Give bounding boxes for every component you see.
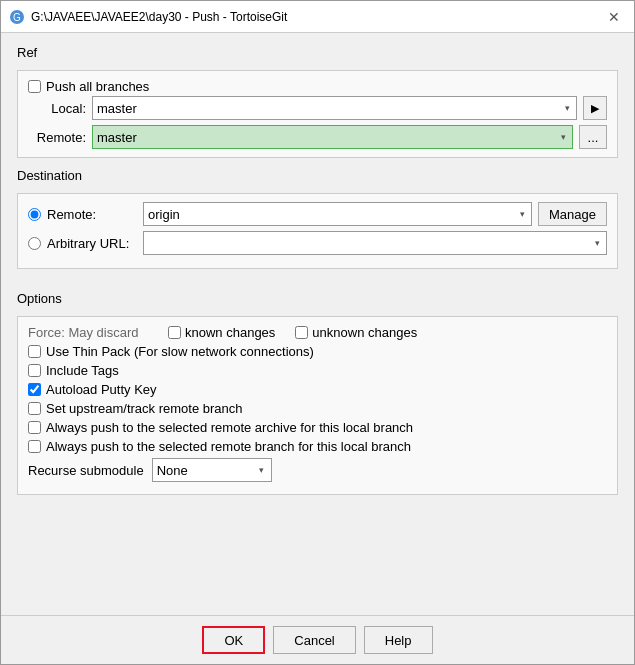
set-upstream-checkbox[interactable] (28, 402, 41, 415)
remote-ellipsis-button[interactable]: ... (579, 125, 607, 149)
arbitrary-url-select[interactable] (143, 231, 607, 255)
set-upstream-row: Set upstream/track remote branch (28, 401, 607, 416)
autoload-putty-checkbox[interactable] (28, 383, 41, 396)
app-icon: G (9, 9, 25, 25)
recurse-combo-wrapper: None Check On-demand ▾ (152, 458, 272, 482)
local-arrow-button[interactable]: ▶ (583, 96, 607, 120)
always-push-archive-row: Always push to the selected remote archi… (28, 420, 607, 435)
options-section-label: Options (17, 291, 618, 306)
remote-dest-combo-wrapper: origin ▾ (143, 202, 532, 226)
unknown-changes-item: unknown changes (295, 325, 417, 340)
autoload-putty-label: Autoload Putty Key (46, 382, 157, 397)
set-upstream-label: Set upstream/track remote branch (46, 401, 243, 416)
separator (17, 279, 618, 287)
content-area: Ref Push all branches Local: master ▾ ▶ … (1, 33, 634, 615)
footer: OK Cancel Help (1, 615, 634, 664)
titlebar: G G:\JAVAEE\JAVAEE2\day30 - Push - Torto… (1, 1, 634, 33)
arbitrary-url-row: Arbitrary URL: ▾ (28, 231, 607, 255)
destination-section-label: Destination (17, 168, 618, 183)
arbitrary-url-label: Arbitrary URL: (47, 236, 137, 251)
always-push-archive-checkbox[interactable] (28, 421, 41, 434)
close-button[interactable]: ✕ (602, 5, 626, 29)
ref-section: Push all branches Local: master ▾ ▶ Remo… (17, 70, 618, 158)
known-changes-checkbox[interactable] (168, 326, 181, 339)
include-tags-checkbox[interactable] (28, 364, 41, 377)
always-push-branch-checkbox[interactable] (28, 440, 41, 453)
force-row: Force: May discard known changes unknown… (28, 325, 607, 340)
remote-ref-select[interactable]: master (92, 125, 573, 149)
recurse-submodule-label: Recurse submodule (28, 463, 144, 478)
known-changes-label: known changes (185, 325, 275, 340)
window-title: G:\JAVAEE\JAVAEE2\day30 - Push - Tortois… (31, 10, 602, 24)
recurse-select[interactable]: None Check On-demand (152, 458, 272, 482)
help-button[interactable]: Help (364, 626, 433, 654)
push-all-branches-label: Push all branches (46, 79, 149, 94)
push-all-branches-checkbox[interactable] (28, 80, 41, 93)
remote-row: Remote: master ▾ ... (28, 125, 607, 149)
thin-pack-row: Use Thin Pack (For slow network connecti… (28, 344, 607, 359)
remote-radio-label: Remote: (47, 207, 137, 222)
remote-radio[interactable] (28, 208, 41, 221)
always-push-archive-label: Always push to the selected remote archi… (46, 420, 413, 435)
remote-combo-wrapper: master ▾ (92, 125, 573, 149)
push-all-branches-row: Push all branches (28, 79, 607, 94)
known-changes-item: known changes (168, 325, 275, 340)
main-window: G G:\JAVAEE\JAVAEE2\day30 - Push - Torto… (0, 0, 635, 665)
thin-pack-label: Use Thin Pack (For slow network connecti… (46, 344, 314, 359)
always-push-branch-label: Always push to the selected remote branc… (46, 439, 411, 454)
destination-section: Remote: origin ▾ Manage Arbitrary URL: ▾ (17, 193, 618, 269)
ref-section-label: Ref (17, 45, 618, 60)
ok-button[interactable]: OK (202, 626, 265, 654)
unknown-changes-checkbox[interactable] (295, 326, 308, 339)
local-row: Local: master ▾ ▶ (28, 96, 607, 120)
local-label: Local: (28, 101, 86, 116)
include-tags-row: Include Tags (28, 363, 607, 378)
local-combo-wrapper: master ▾ (92, 96, 577, 120)
svg-text:G: G (13, 12, 21, 23)
arbitrary-url-radio[interactable] (28, 237, 41, 250)
local-select[interactable]: master (92, 96, 577, 120)
remote-dest-select[interactable]: origin (143, 202, 532, 226)
unknown-changes-label: unknown changes (312, 325, 417, 340)
always-push-branch-row: Always push to the selected remote branc… (28, 439, 607, 454)
include-tags-label: Include Tags (46, 363, 119, 378)
remote-ref-label: Remote: (28, 130, 86, 145)
thin-pack-checkbox[interactable] (28, 345, 41, 358)
cancel-button[interactable]: Cancel (273, 626, 355, 654)
remote-radio-row: Remote: origin ▾ Manage (28, 202, 607, 226)
arbitrary-url-combo-wrapper: ▾ (143, 231, 607, 255)
manage-button[interactable]: Manage (538, 202, 607, 226)
options-section: Force: May discard known changes unknown… (17, 316, 618, 495)
recurse-submodule-row: Recurse submodule None Check On-demand ▾ (28, 458, 607, 482)
autoload-putty-row: Autoload Putty Key (28, 382, 607, 397)
force-label: Force: May discard (28, 325, 148, 340)
